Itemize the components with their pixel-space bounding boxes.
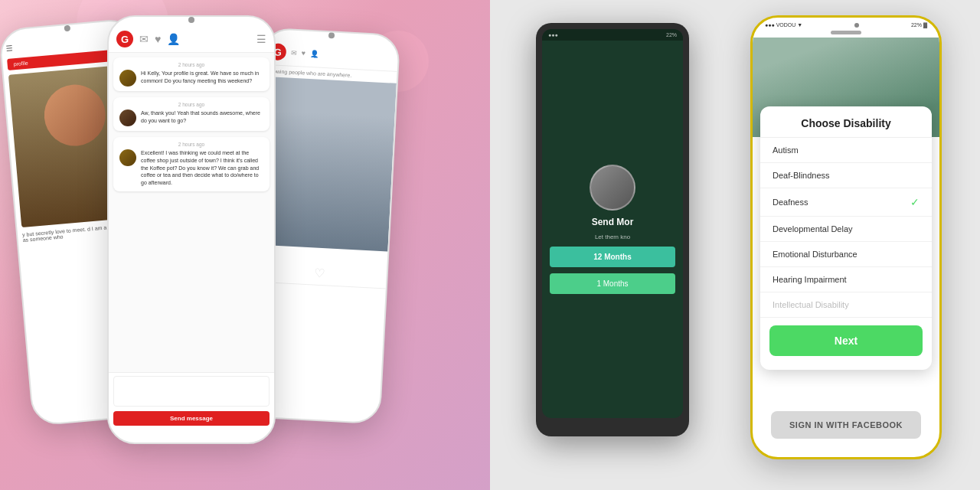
12-months-button[interactable]: 12 Months	[550, 247, 675, 267]
right-section: ●●● 22% Send Mor Let them kno 12 Months …	[490, 0, 980, 490]
disability-modal: Choose Disability Autism Deaf-Blindness …	[760, 106, 932, 370]
sender-avatar	[119, 149, 136, 166]
message-time: 2 hours ago	[119, 142, 263, 147]
battery-text: 22% ▓	[911, 22, 927, 28]
signal-icon: ●●●	[548, 32, 558, 38]
message-time: 2 hours ago	[119, 102, 263, 107]
chat-header: G ✉ ♥ 👤 ☰	[109, 26, 274, 53]
disability-list: Autism Deaf-Blindness Deafness ✓ Develop…	[760, 138, 932, 318]
heart-icon[interactable]: ♥	[302, 49, 306, 57]
heart-icon[interactable]: ♥	[155, 33, 161, 45]
modal-title: Choose Disability	[760, 106, 932, 138]
disability-label: Hearing Impairment	[773, 275, 847, 284]
sender-avatar	[119, 70, 136, 87]
facebook-signin-button[interactable]: SIGN IN WITH FACEBOOK	[771, 411, 921, 439]
message-text: Hi Kelly, Your profile is great. We have…	[141, 70, 263, 87]
facebook-section: SIGN IN WITH FACEBOOK	[753, 407, 939, 446]
disability-label: Intellectual Disability	[773, 300, 849, 309]
next-button[interactable]: Next	[769, 325, 923, 356]
android-send-sub: Let them kno	[595, 234, 630, 240]
chat-phone: G ✉ ♥ 👤 ☰ 2 hours ago Hi Kelly, Your pro…	[107, 15, 276, 444]
app-logo: G	[116, 31, 133, 47]
message-time: 2 hours ago	[119, 62, 263, 67]
message-input[interactable]	[113, 376, 270, 407]
android-profile-section: Send Mor Let them kno 12 Months 1 Months	[542, 41, 683, 418]
disability-label: Deafness	[773, 198, 808, 207]
chat-bubble: 2 hours ago Hi Kelly, Your profile is gr…	[113, 57, 270, 91]
android-screen: ●●● 22% Send Mor Let them kno 12 Months …	[542, 29, 683, 418]
mail-icon[interactable]: ✉	[139, 33, 149, 45]
iphone-screen: Choose Disability Autism Deaf-Blindness …	[753, 38, 939, 446]
selected-checkmark-icon: ✓	[910, 196, 920, 208]
message-text: Aw, thank you! Yeah that sounds awesome,…	[141, 109, 263, 126]
mail-icon[interactable]: ✉	[291, 49, 298, 57]
android-status-bar: ●●● 22%	[542, 29, 683, 41]
iphone-status-bar: ●●● VODOU ▼ 22% ▓	[753, 18, 939, 28]
disability-item-deafness[interactable]: Deafness ✓	[760, 188, 932, 217]
disability-item-developmental-delay[interactable]: Developmental Delay	[760, 217, 932, 242]
profile-icon[interactable]: 👤	[167, 33, 180, 45]
phones-right-group: ●●● 22% Send Mor Let them kno 12 Months …	[490, 0, 980, 490]
left-section: ☰ profile y but secretly love to meet. d…	[0, 0, 490, 490]
carrier-text: ●●● VODOU ▼	[765, 22, 802, 28]
disability-label: Autism	[773, 145, 799, 155]
disability-label: Developmental Delay	[773, 224, 853, 234]
1-month-button[interactable]: 1 Months	[550, 273, 675, 294]
chat-bubble: 2 hours ago Excellent! I was thinking we…	[113, 137, 270, 191]
camera-dot	[188, 17, 194, 23]
android-phone: ●●● 22% Send Mor Let them kno 12 Months …	[536, 23, 689, 436]
disability-item-intellectual-disability[interactable]: Intellectual Disability	[760, 292, 932, 318]
camera-dot	[328, 32, 335, 38]
iphone-camera	[854, 23, 859, 28]
android-avatar	[590, 165, 635, 211]
camera-dot	[64, 25, 71, 32]
chat-messages-area: 2 hours ago Hi Kelly, Your profile is gr…	[109, 53, 274, 372]
chat-bubble: 2 hours ago Aw, thank you! Yeah that sou…	[113, 97, 270, 131]
disability-item-hearing-impairment[interactable]: Hearing Impairment	[760, 267, 932, 292]
profile-nav-icon[interactable]: 👤	[310, 50, 319, 58]
disability-label: Emotional Disturbance	[773, 250, 858, 259]
iphone-speaker	[831, 31, 861, 34]
phones-left-group: ☰ profile y but secretly love to meet. d…	[0, 0, 490, 490]
message-text: Excellent! I was thinking we could meet …	[141, 149, 263, 187]
android-send-title: Send Mor	[592, 217, 634, 227]
disability-label: Deaf-Blindness	[773, 171, 830, 180]
profile-face	[41, 82, 108, 149]
send-message-button[interactable]: Send message	[113, 411, 270, 426]
hamburger-icon[interactable]: ☰	[256, 33, 266, 45]
chat-input-area: Send message	[109, 372, 274, 429]
iphone-right-phone: ●●● VODOU ▼ 22% ▓ Choose Disability Auti…	[750, 15, 942, 459]
disability-item-autism[interactable]: Autism	[760, 138, 932, 163]
sender-avatar	[119, 109, 136, 126]
disability-item-deaf-blindness[interactable]: Deaf-Blindness	[760, 163, 932, 188]
disability-item-emotional-disturbance[interactable]: Emotional Disturbance	[760, 242, 932, 267]
battery-icon: 22%	[666, 32, 677, 38]
